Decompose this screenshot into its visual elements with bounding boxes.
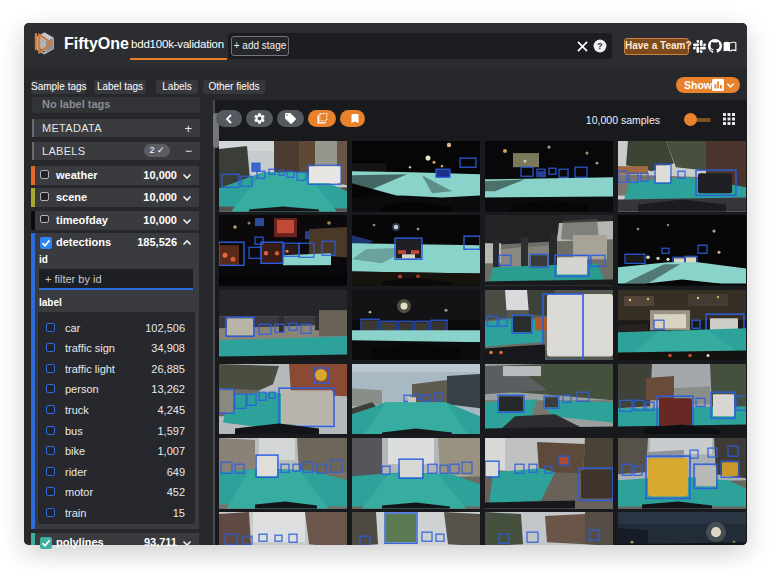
svg-text:?: ?	[597, 41, 602, 51]
